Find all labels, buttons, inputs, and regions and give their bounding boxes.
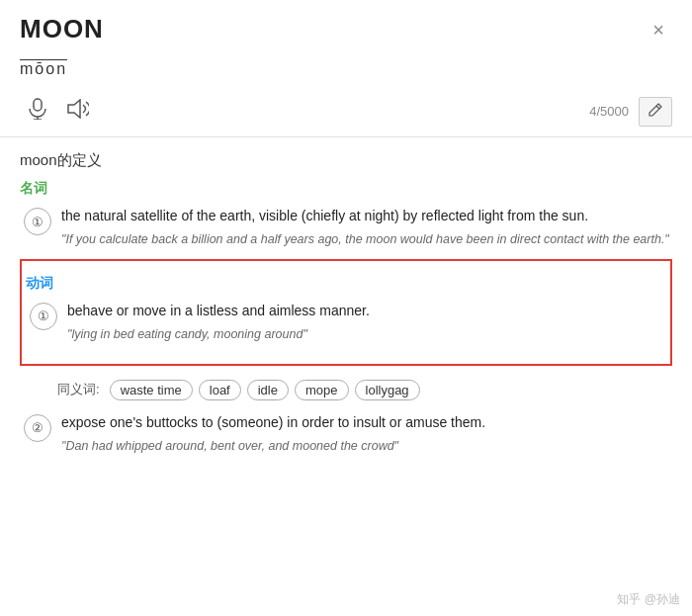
synonyms-label: 同义词:: [57, 381, 100, 398]
phonetic-area: mōon: [0, 54, 692, 90]
edit-icon: [648, 102, 663, 118]
verb-def-number-2: ②: [24, 414, 51, 442]
verb-def-number-1: ①: [30, 303, 57, 330]
noun-def-example-1: "If you calculate back a billion and a h…: [61, 230, 672, 249]
synonym-waste-time[interactable]: waste time: [110, 380, 193, 400]
speaker-button[interactable]: [59, 95, 97, 128]
verb-section-highlighted: 动词 ① behave or move in a listless and ai…: [20, 259, 672, 366]
verb-def-main-2: expose one's buttocks to (someone) in or…: [61, 412, 672, 433]
phonetic-text: mōon: [20, 60, 672, 78]
synonym-lollygag[interactable]: lollygag: [355, 380, 420, 400]
mic-icon: [28, 98, 47, 120]
definition-section: moon的定义 名词 ① the natural satellite of th…: [0, 137, 692, 455]
def-number-1: ①: [24, 208, 51, 235]
svg-rect-0: [34, 99, 42, 111]
definition-header: moon的定义: [20, 151, 672, 170]
verb-def-2: ② expose one's buttocks to (someone) in …: [20, 412, 672, 456]
synonyms-row: 同义词: waste time loaf idle mope lollygag: [20, 374, 672, 406]
close-button[interactable]: ×: [645, 16, 672, 44]
svg-marker-3: [68, 100, 80, 118]
edit-button[interactable]: [639, 97, 672, 127]
pos-noun-label: 名词: [20, 180, 672, 198]
synonym-loaf[interactable]: loaf: [199, 380, 241, 400]
speaker-icon: [67, 99, 89, 119]
synonym-idle[interactable]: idle: [247, 380, 289, 400]
verb-def-1: ① behave or move in a listless and aimle…: [26, 301, 660, 344]
verb-def-main-1: behave or move in a listless and aimless…: [67, 301, 660, 321]
synonym-mope[interactable]: mope: [295, 380, 349, 400]
mic-button[interactable]: [20, 94, 55, 129]
page-title: MOON: [20, 14, 104, 44]
controls-row: 4/5000: [0, 90, 692, 137]
verb-def-example-2: "Dan had whipped around, bent over, and …: [61, 437, 672, 456]
char-count: 4/5000: [589, 104, 629, 119]
verb-def-example-1: "lying in bed eating candy, mooning arou…: [67, 325, 660, 344]
header: MOON ×: [0, 0, 692, 54]
noun-def-main-1: the natural satellite of the earth, visi…: [61, 206, 672, 226]
svg-line-4: [656, 106, 659, 109]
noun-def-1: ① the natural satellite of the earth, vi…: [20, 206, 672, 249]
watermark: 知乎 @孙迪: [617, 591, 680, 608]
pos-verb-label: 动词: [26, 275, 660, 293]
main-dialog: MOON × mōon 4/5000: [0, 0, 692, 616]
